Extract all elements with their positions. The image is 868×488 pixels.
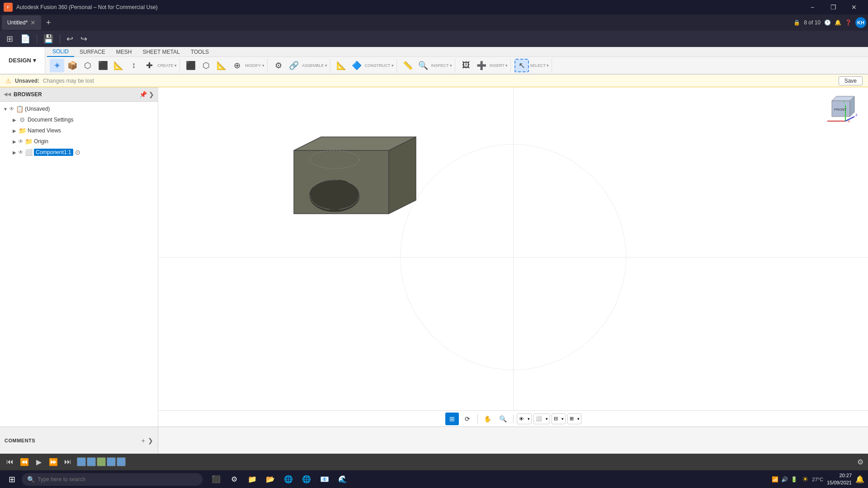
filemanager-taskbar-button[interactable]: 📂 (262, 471, 278, 488)
chrome2-icon: 🌐 (302, 475, 311, 483)
tab-mesh[interactable]: MESH (111, 47, 137, 57)
redo-button[interactable]: ↪ (78, 33, 90, 45)
extrude-button[interactable]: 📦 (65, 59, 80, 72)
more-create-button[interactable]: ✚ (142, 59, 156, 72)
browser-pin-icon[interactable]: 📌 (139, 91, 147, 98)
orbit-button[interactable]: ⟳ (461, 413, 474, 425)
bell-icon: 🔔 (835, 19, 841, 26)
timeline-settings-icon[interactable]: ⚙ (857, 458, 863, 466)
new-tab-button[interactable]: + (42, 16, 55, 29)
tree-item-origin[interactable]: ▶ 👁 📁 Origin (0, 136, 158, 147)
timeline-marker-1[interactable] (87, 457, 96, 466)
folder-taskbar-button[interactable]: 📁 (244, 471, 260, 488)
grid-button[interactable]: ⊞ (4, 33, 16, 45)
timeline-next-button[interactable]: ⏩ (48, 456, 59, 467)
view-combo[interactable]: 👁 ▾ (517, 413, 532, 424)
eye-component1[interactable]: 👁 (18, 149, 24, 155)
viewcube[interactable]: X Y Z FRONT (823, 92, 863, 128)
eye-unsaved[interactable]: 👁 (9, 106, 14, 112)
select-button[interactable]: ↖ (514, 59, 529, 72)
snap-button[interactable]: ⊞ (445, 413, 459, 425)
pan-button[interactable]: ✋ (481, 413, 495, 425)
timeline-marker-2[interactable] (97, 457, 106, 466)
zoom-button[interactable]: 🔍 (496, 413, 510, 425)
scale-button[interactable]: ⊕ (230, 59, 244, 72)
minimize-button[interactable]: − (802, 0, 823, 14)
sweep-button[interactable]: ⬛ (96, 59, 110, 72)
undo-button[interactable]: ↩ (64, 33, 76, 45)
foxmail-taskbar-button[interactable]: 📧 (316, 471, 333, 488)
tree-item-namedviews[interactable]: ▶ 📁 Named Views (0, 125, 158, 136)
eye-origin[interactable]: 👁 (18, 138, 24, 145)
chamfer-button[interactable]: ⬡ (199, 59, 213, 72)
active-tab[interactable]: Untitled* ✕ (2, 15, 41, 30)
save-toolbar-button[interactable]: Save (839, 76, 863, 85)
timeline-rewind-button[interactable]: ⏮ (5, 456, 15, 467)
new-component-button[interactable]: ✦ (50, 59, 64, 72)
browser-menu-icon[interactable]: ❯ (149, 91, 154, 98)
comments-expand-icon[interactable]: ❯ (148, 437, 153, 444)
task-view-button[interactable]: ⬛ (208, 471, 224, 488)
fillet-button[interactable]: ⬛ (184, 59, 198, 72)
tree-item-docsettings[interactable]: ▶ ⚙ Document Settings (0, 114, 158, 125)
start-button[interactable]: ⊞ (4, 471, 20, 488)
insert-image-button[interactable]: 🖼 (459, 59, 473, 72)
shell-button[interactable]: 📐 (214, 59, 229, 72)
joint-button[interactable]: ⚙ (271, 59, 286, 72)
loft-button[interactable]: 📐 (111, 59, 126, 72)
viewport-bottom-toolbar: ⊞ ⟳ ✋ 🔍 👁 ▾ ⬜ ▾ ⊟ ▾ (158, 410, 868, 427)
tree-expander-docsettings[interactable]: ▶ (11, 116, 18, 123)
design-button[interactable]: DESIGN ▾ (0, 47, 45, 74)
insert-more-button[interactable]: ➕ (474, 59, 489, 72)
viewport[interactable]: X Y Z FRONT ⊞ ⟳ ✋ 🔍 👁 (158, 87, 868, 427)
timeline-marker-4[interactable] (117, 457, 126, 466)
comments-add-icon[interactable]: + (142, 437, 145, 444)
settings-taskbar-button[interactable]: ⚙ (226, 471, 242, 488)
rib-button[interactable]: ↕ (127, 59, 141, 72)
tree-expander-unsaved[interactable]: ▼ (2, 105, 9, 113)
section-analysis-button[interactable]: 🔍 (416, 59, 430, 72)
revolve-button[interactable]: ⬡ (80, 59, 95, 72)
search-input[interactable] (38, 476, 197, 483)
tree-expander-component1[interactable]: ▶ (11, 149, 18, 156)
tab-close-button[interactable]: ✕ (30, 19, 36, 26)
axis-button[interactable]: 🔷 (349, 59, 364, 72)
tab-tools[interactable]: TOOLS (185, 47, 214, 57)
select-label: SELECT ▾ (530, 63, 549, 68)
browser-collapse-icon[interactable]: ◀◀ (4, 91, 11, 97)
grid-combo[interactable]: ⊟ ▾ (552, 413, 566, 424)
chrome-taskbar-button[interactable]: 🌐 (280, 471, 297, 488)
tree-item-component1[interactable]: ▶ 👁 ⬜ Component1:1 ⊙ (0, 147, 158, 158)
maximize-button[interactable]: ❐ (823, 0, 844, 14)
notification-button[interactable]: 🔔 (855, 475, 864, 483)
timeline-marker-0[interactable] (77, 457, 86, 466)
offset-plane-button[interactable]: 📐 (334, 59, 349, 72)
tree-label-component1[interactable]: Component1:1 (34, 149, 73, 156)
measure-button[interactable]: 📏 (401, 59, 415, 72)
user-avatar[interactable]: KH (855, 17, 866, 28)
folder-icon: 📁 (248, 475, 257, 483)
file-button[interactable]: 📄 (18, 33, 33, 45)
chrome2-taskbar-button[interactable]: 🌐 (298, 471, 315, 488)
timeline-marker-3[interactable] (107, 457, 116, 466)
tab-solid[interactable]: SOLID (47, 47, 74, 57)
create-buttons: ✦ 📦 ⬡ ⬛ 📐 (50, 59, 156, 72)
tab-surface[interactable]: SURFACE (74, 47, 111, 57)
tree-item-unsaved[interactable]: ▼ 👁 📋 (Unsaved) (0, 103, 158, 114)
display-combo[interactable]: ⬜ ▾ (533, 413, 550, 424)
edge-taskbar-button[interactable]: 🌊 (335, 471, 351, 488)
timeline-play-button[interactable]: ▶ (33, 456, 44, 467)
more-combo[interactable]: ⊞ ▾ (567, 413, 581, 424)
rigid-group-button[interactable]: 🔗 (287, 59, 301, 72)
tab-sheet-metal[interactable]: SHEET METAL (137, 47, 185, 57)
edge-icon: 🌊 (338, 475, 347, 483)
timeline-prev-button[interactable]: ⏪ (19, 456, 30, 467)
tree-expander-origin[interactable]: ▶ (11, 138, 18, 145)
search-box[interactable]: 🔍 (22, 473, 203, 486)
save-button[interactable]: 💾 (41, 33, 56, 45)
doc-icon-unsaved: 📋 (15, 105, 24, 113)
foxmail-icon: 📧 (320, 475, 329, 483)
timeline-end-button[interactable]: ⏭ (62, 456, 73, 467)
close-button[interactable]: ✕ (844, 0, 864, 14)
tree-expander-namedviews[interactable]: ▶ (11, 127, 18, 134)
